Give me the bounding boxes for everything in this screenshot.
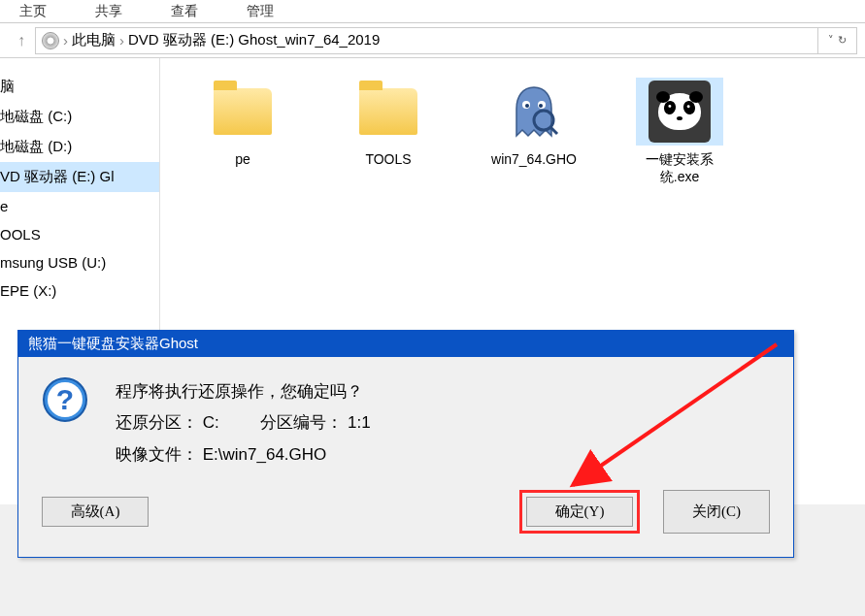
file-label: win7_64.GHO [481,151,587,167]
ribbon-tab-share[interactable]: 共享 [95,3,122,20]
dialog-message: 程序将执行还原操作，您确定吗？ 还原分区： C: 分区编号： 1:1 映像文件：… [116,376,371,470]
chevron-right-icon: › [63,32,68,49]
file-item-folder[interactable]: pe [189,78,296,167]
advanced-button[interactable]: 高级(A) [42,497,149,527]
restore-partition-value: C: [203,413,219,432]
partition-number-value: 1:1 [348,413,371,432]
restore-partition-label: 还原分区： [116,413,198,432]
question-icon: ? [42,376,88,423]
file-item-gho[interactable]: win7_64.GHO [481,78,587,167]
breadcrumb-drive[interactable]: DVD 驱动器 (E:) Ghost_win7_64_2019 [128,31,380,49]
panda-icon [649,81,711,143]
ribbon-tab-home[interactable]: 主页 [19,3,47,20]
sidebar-item[interactable]: OOLS [0,220,159,248]
svg-point-2 [525,104,529,108]
svg-text:?: ? [56,383,74,415]
ribbon-tabs: 主页 共享 查看 管理 [0,0,865,23]
image-file-label: 映像文件： [116,445,198,464]
sidebar-item[interactable]: 脑 [0,72,159,102]
ok-button[interactable]: 确定(Y) [526,497,633,527]
sidebar-item[interactable]: 地磁盘 (C:) [0,102,159,132]
sidebar-item[interactable]: e [0,192,159,220]
partition-number-label: 分区编号： [260,413,343,432]
folder-icon [214,88,272,135]
chevron-down-icon: ˅ [828,34,834,47]
close-button[interactable]: 关闭(C) [663,490,770,534]
sidebar-item-selected[interactable]: VD 驱动器 (E:) Gl [0,162,159,192]
file-item-folder[interactable]: TOOLS [335,78,442,167]
dialog-title-bar[interactable]: 熊猫一键硬盘安装器Ghost [18,331,793,357]
image-file-value: E:\win7_64.GHO [203,445,327,464]
sidebar-item[interactable]: 地磁盘 (D:) [0,132,159,162]
ghost-icon [509,83,559,140]
up-button[interactable]: ↑ [8,32,35,49]
folder-icon [359,88,417,135]
ribbon-tab-manage[interactable]: 管理 [247,3,274,20]
address-dropdown[interactable]: ˅ ↻ [818,27,857,54]
annotation-highlight: 确定(Y) [519,490,640,534]
file-item-exe-selected[interactable]: 一键安装系统.exe [626,78,733,186]
address-bar: ↑ › 此电脑 › DVD 驱动器 (E:) Ghost_win7_64_201… [0,23,865,58]
sidebar-item[interactable]: msung USB (U:) [0,248,159,276]
file-label: 一键安装系统.exe [626,151,733,186]
chevron-right-icon: › [119,32,124,49]
ghost-dialog: 熊猫一键硬盘安装器Ghost ? 程序将执行还原操作，您确定吗？ 还原分区： C… [17,330,794,558]
refresh-icon: ↻ [838,34,847,47]
ribbon-tab-view[interactable]: 查看 [171,3,198,20]
svg-point-3 [539,104,543,108]
disc-icon [42,32,59,49]
file-label: TOOLS [335,151,442,167]
sidebar-item[interactable]: EPE (X:) [0,276,159,305]
dialog-line1: 程序将执行还原操作，您确定吗？ [116,376,371,407]
breadcrumb-root[interactable]: 此电脑 [72,31,116,49]
file-label: pe [189,151,296,167]
breadcrumb[interactable]: › 此电脑 › DVD 驱动器 (E:) Ghost_win7_64_2019 [35,27,818,54]
